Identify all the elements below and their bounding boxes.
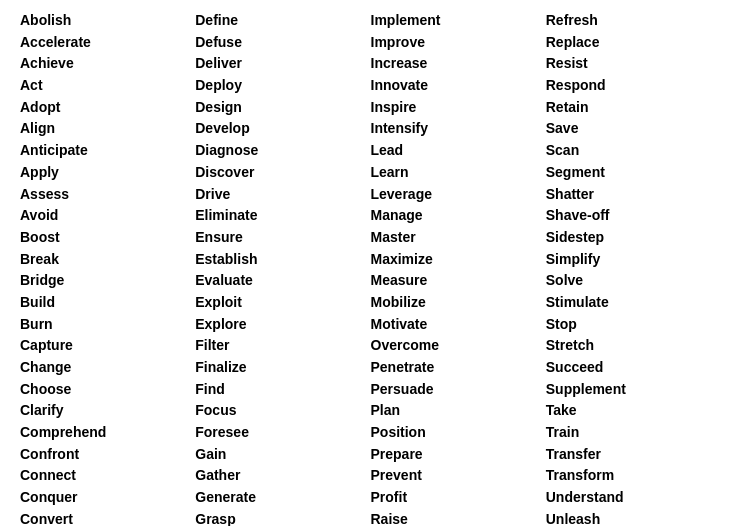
word-item: Understand (546, 487, 721, 509)
word-item: Conquer (20, 487, 195, 509)
word-item: Evaluate (195, 270, 370, 292)
word-item: Persuade (371, 379, 546, 401)
word-item: Penetrate (371, 357, 546, 379)
word-item: Leverage (371, 184, 546, 206)
word-item: Establish (195, 249, 370, 271)
word-item: Achieve (20, 53, 195, 75)
word-item: Stimulate (546, 292, 721, 314)
word-item: Innovate (371, 75, 546, 97)
word-item: Anticipate (20, 140, 195, 162)
word-item: Build (20, 292, 195, 314)
word-item: Transform (546, 465, 721, 487)
word-item: Filter (195, 335, 370, 357)
word-item: Succeed (546, 357, 721, 379)
word-item: Mobilize (371, 292, 546, 314)
word-item: Clarify (20, 400, 195, 422)
word-item: Increase (371, 53, 546, 75)
word-item: Measure (371, 270, 546, 292)
word-item: Simplify (546, 249, 721, 271)
word-item: Deploy (195, 75, 370, 97)
word-item: Connect (20, 465, 195, 487)
word-item: Define (195, 10, 370, 32)
word-item: Refresh (546, 10, 721, 32)
word-item: Stretch (546, 335, 721, 357)
word-item: Prepare (371, 444, 546, 466)
word-item: Confront (20, 444, 195, 466)
word-item: Bridge (20, 270, 195, 292)
word-item: Develop (195, 118, 370, 140)
word-item: Raise (371, 509, 546, 526)
word-item: Capture (20, 335, 195, 357)
word-item: Retain (546, 97, 721, 119)
word-item: Shave-off (546, 205, 721, 227)
word-item: Position (371, 422, 546, 444)
word-item: Improve (371, 32, 546, 54)
word-item: Inspire (371, 97, 546, 119)
column-1: AbolishAccelerateAchieveActAdoptAlignAnt… (20, 10, 195, 526)
word-item: Lead (371, 140, 546, 162)
word-item: Supplement (546, 379, 721, 401)
word-item: Replace (546, 32, 721, 54)
word-item: Implement (371, 10, 546, 32)
column-3: ImplementImproveIncreaseInnovateInspireI… (371, 10, 546, 526)
column-4: RefreshReplaceResistRespondRetainSaveSca… (546, 10, 721, 526)
word-item: Overcome (371, 335, 546, 357)
word-item: Save (546, 118, 721, 140)
word-item: Learn (371, 162, 546, 184)
word-item: Explore (195, 314, 370, 336)
word-item: Assess (20, 184, 195, 206)
word-item: Prevent (371, 465, 546, 487)
word-item: Gain (195, 444, 370, 466)
word-item: Shatter (546, 184, 721, 206)
word-item: Find (195, 379, 370, 401)
word-item: Ensure (195, 227, 370, 249)
word-item: Stop (546, 314, 721, 336)
word-item: Apply (20, 162, 195, 184)
word-item: Adopt (20, 97, 195, 119)
word-item: Profit (371, 487, 546, 509)
word-item: Abolish (20, 10, 195, 32)
word-item: Resist (546, 53, 721, 75)
word-item: Avoid (20, 205, 195, 227)
word-item: Accelerate (20, 32, 195, 54)
word-item: Solve (546, 270, 721, 292)
word-item: Train (546, 422, 721, 444)
word-item: Deliver (195, 53, 370, 75)
word-grid: AbolishAccelerateAchieveActAdoptAlignAnt… (20, 10, 721, 526)
word-item: Respond (546, 75, 721, 97)
word-item: Focus (195, 400, 370, 422)
word-item: Act (20, 75, 195, 97)
column-2: DefineDefuseDeliverDeployDesignDevelopDi… (195, 10, 370, 526)
word-item: Change (20, 357, 195, 379)
word-item: Generate (195, 487, 370, 509)
word-item: Choose (20, 379, 195, 401)
word-item: Eliminate (195, 205, 370, 227)
word-item: Break (20, 249, 195, 271)
word-item: Intensify (371, 118, 546, 140)
word-item: Gather (195, 465, 370, 487)
word-item: Boost (20, 227, 195, 249)
word-item: Unleash (546, 509, 721, 526)
word-item: Discover (195, 162, 370, 184)
word-item: Maximize (371, 249, 546, 271)
word-item: Transfer (546, 444, 721, 466)
word-item: Diagnose (195, 140, 370, 162)
word-item: Sidestep (546, 227, 721, 249)
word-item: Grasp (195, 509, 370, 526)
word-item: Manage (371, 205, 546, 227)
word-item: Finalize (195, 357, 370, 379)
word-item: Segment (546, 162, 721, 184)
word-item: Drive (195, 184, 370, 206)
word-item: Scan (546, 140, 721, 162)
word-item: Comprehend (20, 422, 195, 444)
word-item: Design (195, 97, 370, 119)
word-item: Plan (371, 400, 546, 422)
word-item: Align (20, 118, 195, 140)
word-item: Exploit (195, 292, 370, 314)
word-item: Master (371, 227, 546, 249)
word-item: Burn (20, 314, 195, 336)
word-item: Defuse (195, 32, 370, 54)
word-item: Foresee (195, 422, 370, 444)
word-item: Take (546, 400, 721, 422)
word-item: Motivate (371, 314, 546, 336)
